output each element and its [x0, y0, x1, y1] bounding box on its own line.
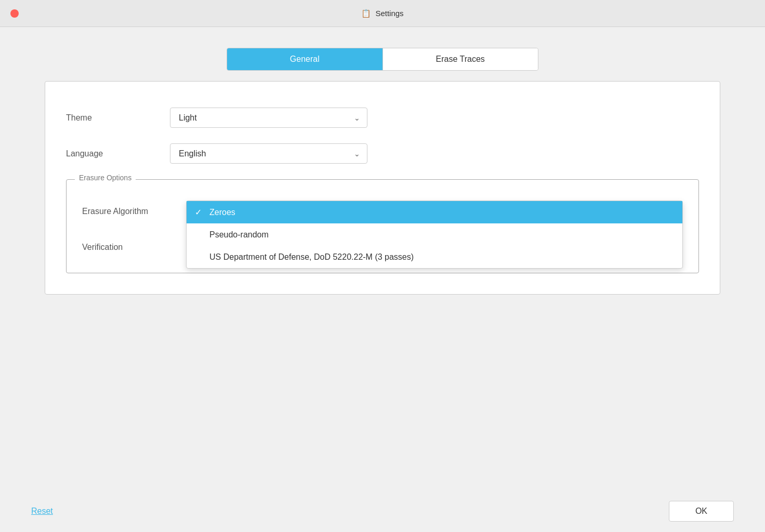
ok-button[interactable]: OK	[669, 501, 734, 522]
title-text: Settings	[375, 9, 403, 18]
theme-row: Theme Light Dark ⌄	[66, 108, 699, 128]
erasure-options-group: Erasure Options Erasure Algorithm ✓ Zero…	[66, 179, 699, 273]
erasure-options-legend: Erasure Options	[75, 174, 136, 182]
algorithm-option-dod-label: US Department of Defense, DoD 5220.22-M …	[209, 252, 414, 262]
language-row: Language English French German Spanish ⌄	[66, 143, 699, 164]
tab-general[interactable]: General	[227, 48, 382, 70]
algorithm-dropdown-container: ✓ Zeroes ✓ Pseudo-random ✓ US Department…	[186, 201, 683, 221]
title-icon: 📋	[361, 9, 371, 18]
close-button[interactable]	[10, 9, 19, 18]
algorithm-option-pseudo-random[interactable]: ✓ Pseudo-random	[187, 223, 682, 246]
reset-button[interactable]: Reset	[31, 507, 53, 516]
algorithm-option-dod[interactable]: ✓ US Department of Defense, DoD 5220.22-…	[187, 246, 682, 268]
bottom-bar: Reset OK	[0, 490, 765, 532]
language-label: Language	[66, 149, 170, 158]
algorithm-option-pseudo-random-label: Pseudo-random	[209, 230, 269, 240]
window-title: 📋 Settings	[361, 9, 403, 18]
theme-select[interactable]: Light Dark	[170, 108, 367, 128]
algorithm-option-zeroes-label: Zeroes	[209, 208, 235, 217]
erasure-algorithm-row: Erasure Algorithm ✓ Zeroes ✓ Pseudo-rand…	[82, 201, 683, 221]
language-dropdown[interactable]: English French German Spanish ⌄	[170, 143, 367, 164]
title-bar: 📋 Settings	[0, 0, 765, 27]
algorithm-dropdown-menu: ✓ Zeroes ✓ Pseudo-random ✓ US Department…	[186, 201, 683, 269]
settings-panel: Theme Light Dark ⌄ Language English Fren…	[45, 81, 720, 295]
verification-label: Verification	[82, 243, 186, 252]
erasure-algorithm-label: Erasure Algorithm	[82, 201, 186, 216]
algorithm-option-zeroes[interactable]: ✓ Zeroes	[187, 201, 682, 223]
language-select[interactable]: English French German Spanish	[170, 143, 367, 164]
tab-erase-traces[interactable]: Erase Traces	[382, 48, 538, 70]
main-content: General Erase Traces Theme Light Dark ⌄ …	[0, 27, 765, 315]
theme-label: Theme	[66, 113, 170, 123]
theme-dropdown[interactable]: Light Dark ⌄	[170, 108, 367, 128]
check-icon: ✓	[195, 207, 204, 217]
tabs-container: General Erase Traces	[227, 48, 538, 71]
